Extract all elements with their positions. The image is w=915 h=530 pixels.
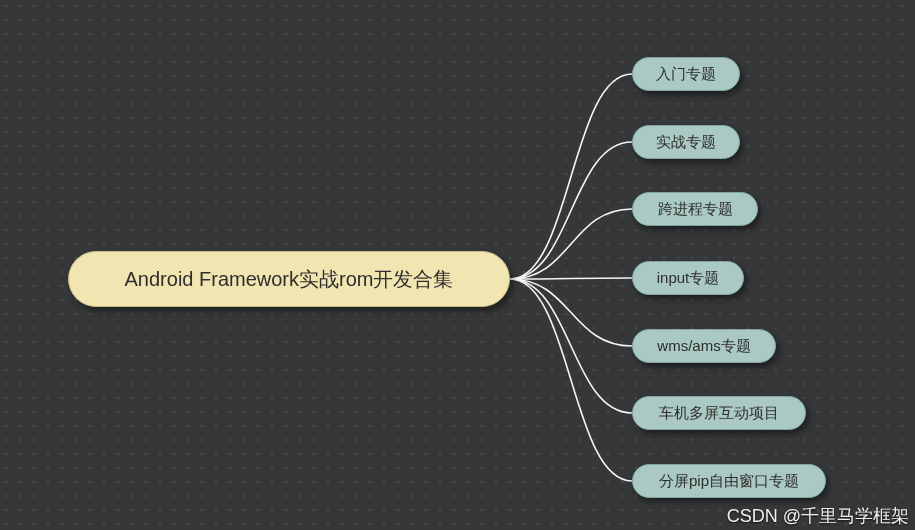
child-node-label: input专题 xyxy=(657,269,720,288)
mindmap-canvas: Android Framework实战rom开发合集 入门专题实战专题跨进程专题… xyxy=(0,0,915,530)
connector xyxy=(510,209,632,279)
child-node[interactable]: 入门专题 xyxy=(632,57,740,91)
connector xyxy=(510,142,632,279)
child-node-label: 跨进程专题 xyxy=(658,200,733,219)
child-node[interactable]: 车机多屏互动项目 xyxy=(632,396,806,430)
child-node-label: 入门专题 xyxy=(656,65,716,84)
child-node-label: wms/ams专题 xyxy=(657,337,750,356)
child-node[interactable]: input专题 xyxy=(632,261,744,295)
child-node-label: 车机多屏互动项目 xyxy=(659,404,779,423)
watermark: CSDN @千里马学框架 xyxy=(727,504,909,528)
root-node-label: Android Framework实战rom开发合集 xyxy=(125,266,454,293)
child-node[interactable]: 跨进程专题 xyxy=(632,192,758,226)
connector xyxy=(510,278,632,279)
root-node[interactable]: Android Framework实战rom开发合集 xyxy=(68,251,510,307)
child-node[interactable]: wms/ams专题 xyxy=(632,329,776,363)
connector xyxy=(510,279,632,413)
child-node-label: 实战专题 xyxy=(656,133,716,152)
connector xyxy=(510,279,632,481)
child-node-label: 分屏pip自由窗口专题 xyxy=(659,472,799,491)
connector xyxy=(510,74,632,279)
connector xyxy=(510,279,632,346)
child-node[interactable]: 分屏pip自由窗口专题 xyxy=(632,464,826,498)
child-node[interactable]: 实战专题 xyxy=(632,125,740,159)
